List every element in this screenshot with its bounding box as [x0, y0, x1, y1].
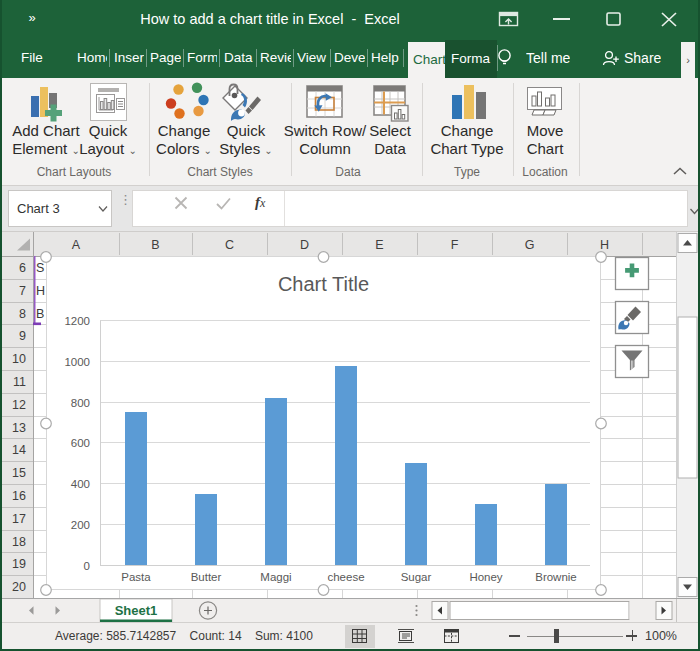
svg-text:Sugar: Sugar: [401, 571, 432, 583]
svg-text:E: E: [375, 238, 383, 252]
svg-text:13: 13: [12, 421, 26, 435]
svg-text:7: 7: [19, 284, 26, 298]
svg-text:14: 14: [12, 443, 26, 457]
svg-text:1000: 1000: [64, 356, 90, 368]
svg-text:16: 16: [12, 489, 26, 503]
svg-text:10: 10: [12, 352, 26, 366]
svg-text:200: 200: [71, 519, 90, 531]
svg-text:Chart Title: Chart Title: [278, 273, 369, 295]
svg-text:G: G: [525, 238, 535, 252]
svg-text:11: 11: [13, 375, 26, 389]
svg-text:1200: 1200: [64, 315, 90, 327]
svg-text:D: D: [300, 238, 309, 252]
svg-text:Pasta: Pasta: [121, 571, 151, 583]
svg-text:B: B: [36, 307, 44, 321]
svg-text:20: 20: [12, 580, 26, 594]
svg-text:Sheet1: Sheet1: [115, 603, 158, 618]
svg-text:H: H: [600, 238, 609, 252]
svg-text:cheese: cheese: [327, 571, 364, 583]
svg-text:800: 800: [71, 397, 90, 409]
svg-text:600: 600: [71, 437, 90, 449]
svg-text:8: 8: [19, 307, 26, 321]
svg-text:B: B: [151, 238, 159, 252]
svg-text:A: A: [72, 238, 81, 252]
svg-text:17: 17: [12, 512, 26, 526]
svg-text:S: S: [36, 261, 44, 275]
svg-text:Honey: Honey: [469, 571, 502, 583]
svg-text:9: 9: [19, 329, 26, 343]
svg-text:400: 400: [71, 478, 90, 490]
svg-text:Maggi: Maggi: [260, 571, 291, 583]
svg-text:18: 18: [12, 535, 26, 549]
svg-text:12: 12: [12, 398, 26, 412]
svg-text:19: 19: [12, 557, 26, 571]
svg-text:Butter: Butter: [191, 571, 222, 583]
svg-text:C: C: [225, 238, 234, 252]
svg-text:15: 15: [12, 466, 26, 480]
svg-text:F: F: [451, 238, 459, 252]
svg-text:0: 0: [84, 560, 90, 572]
svg-text:6: 6: [19, 261, 26, 275]
svg-text:Brownie: Brownie: [535, 571, 577, 583]
svg-text:H: H: [36, 284, 45, 298]
